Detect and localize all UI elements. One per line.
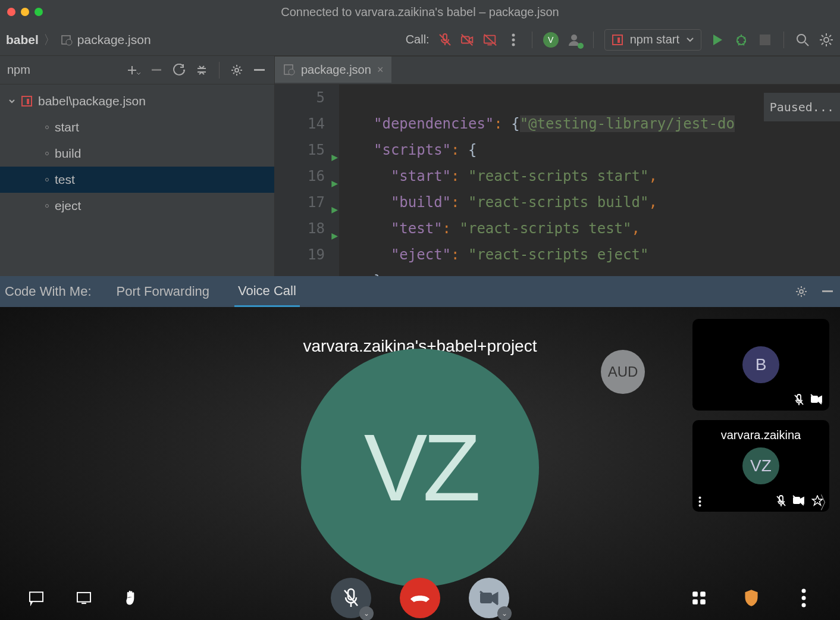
close-tab-icon[interactable]: × bbox=[377, 64, 384, 76]
more-options-icon[interactable] bbox=[796, 590, 811, 606]
settings-icon[interactable] bbox=[819, 32, 834, 48]
editor-body[interactable]: 51415▶16▶17▶18▶19 "dependencies": {"@tes… bbox=[275, 84, 840, 276]
mic-off-icon bbox=[776, 495, 786, 507]
svg-point-27 bbox=[699, 505, 701, 507]
svg-rect-18 bbox=[27, 99, 29, 104]
npm-file-icon bbox=[61, 34, 73, 46]
cwm-hide-icon[interactable] bbox=[820, 284, 835, 299]
thumbnail-menu-icon[interactable] bbox=[698, 496, 701, 507]
call-more-icon[interactable] bbox=[506, 32, 521, 48]
gutter-line[interactable]: 15▶ bbox=[275, 137, 325, 163]
window-title: Connected to varvara.zaikina's babel – p… bbox=[281, 5, 559, 19]
user-avatar[interactable]: V bbox=[543, 32, 559, 48]
svg-point-36 bbox=[802, 596, 806, 600]
editor-code[interactable]: "dependencies": {"@testing-library/jest-… bbox=[339, 84, 840, 276]
gutter-line[interactable]: 17▶ bbox=[275, 189, 325, 215]
gutter-line[interactable]: 5 bbox=[275, 84, 325, 111]
editor-gutter[interactable]: 51415▶16▶17▶18▶19 bbox=[275, 84, 339, 276]
npm-script-test[interactable]: test bbox=[0, 167, 274, 193]
svg-point-20 bbox=[289, 69, 294, 75]
gutter-line[interactable]: 18▶ bbox=[275, 215, 325, 242]
remove-icon[interactable] bbox=[149, 62, 164, 78]
toggle-camera-button[interactable]: ⌄ bbox=[469, 578, 509, 618]
end-call-button[interactable] bbox=[400, 578, 440, 618]
camera-off-icon bbox=[792, 495, 805, 507]
breadcrumb[interactable]: babel 〉 package.json bbox=[6, 32, 151, 48]
toolbar-divider bbox=[783, 32, 784, 48]
chat-icon[interactable] bbox=[29, 590, 44, 606]
npm-tree-root[interactable]: babel\package.json bbox=[0, 88, 274, 114]
npm-script-eject[interactable]: eject bbox=[0, 193, 274, 219]
npm-script-label: start bbox=[55, 120, 79, 134]
run-gutter-icon[interactable]: ▶ bbox=[331, 170, 338, 196]
gutter-line[interactable]: 14 bbox=[275, 111, 325, 137]
camera-options-icon[interactable]: ⌄ bbox=[497, 606, 512, 620]
cwm-tab-port-forwarding[interactable]: Port Forwarding bbox=[113, 276, 214, 307]
raise-hand-icon[interactable] bbox=[124, 590, 139, 606]
svg-rect-28 bbox=[30, 592, 43, 602]
screen-icon[interactable] bbox=[76, 590, 92, 606]
main-participant-avatar: VZ bbox=[301, 349, 539, 587]
svg-point-12 bbox=[797, 35, 805, 43]
svg-point-26 bbox=[699, 500, 701, 503]
next-thumbnail-icon[interactable]: 〉 bbox=[819, 491, 836, 515]
bullet-icon bbox=[45, 178, 49, 181]
add-icon[interactable] bbox=[126, 62, 142, 78]
svg-point-6 bbox=[512, 43, 515, 46]
svg-point-21 bbox=[800, 290, 803, 293]
toggle-microphone-button[interactable]: ⌄ bbox=[331, 578, 371, 618]
thumbnail-name: varvara.zaikina bbox=[692, 428, 829, 442]
cwm-settings-icon[interactable] bbox=[794, 284, 809, 299]
run-configuration-selector[interactable]: npm start bbox=[604, 29, 701, 51]
audience-badge[interactable]: AUD bbox=[601, 350, 645, 394]
collapse-icon[interactable] bbox=[194, 62, 209, 78]
npm-script-start[interactable]: start bbox=[0, 114, 274, 140]
debug-button[interactable] bbox=[734, 32, 749, 48]
bullet-icon bbox=[45, 204, 49, 208]
editor-tab-label: package.json bbox=[301, 63, 371, 77]
microphone-off-icon[interactable] bbox=[438, 33, 452, 47]
svg-rect-31 bbox=[692, 591, 698, 597]
camera-off-icon[interactable] bbox=[460, 33, 475, 47]
svg-rect-34 bbox=[700, 599, 706, 605]
svg-rect-22 bbox=[822, 290, 833, 292]
editor: package.json × 51415▶16▶17▶18▶19 "depend… bbox=[275, 56, 840, 276]
run-gutter-icon[interactable]: ▶ bbox=[331, 223, 338, 249]
npm-icon bbox=[612, 35, 623, 45]
svg-rect-29 bbox=[77, 593, 90, 602]
refresh-icon[interactable] bbox=[171, 62, 187, 78]
svg-rect-32 bbox=[700, 591, 706, 597]
run-gutter-icon[interactable]: ▶ bbox=[331, 196, 338, 223]
stop-button bbox=[757, 32, 773, 48]
editor-tab[interactable]: package.json × bbox=[275, 57, 391, 84]
participant-thumbnails: Bvarvara.zaikinaVZ bbox=[692, 319, 829, 512]
grid-view-icon[interactable] bbox=[691, 590, 707, 606]
participant-thumbnail[interactable]: B bbox=[692, 319, 829, 411]
gutter-line[interactable]: 16▶ bbox=[275, 163, 325, 189]
cwm-tab-voice-call[interactable]: Voice Call bbox=[234, 276, 300, 307]
mic-options-icon[interactable]: ⌄ bbox=[359, 606, 374, 620]
npm-script-label: test bbox=[55, 173, 75, 187]
npm-script-build[interactable]: build bbox=[0, 140, 274, 167]
fullscreen-window-button[interactable] bbox=[35, 8, 43, 16]
add-user-icon[interactable] bbox=[567, 32, 582, 48]
svg-point-1 bbox=[66, 39, 72, 45]
screen-share-off-icon[interactable] bbox=[483, 33, 497, 47]
svg-rect-14 bbox=[152, 69, 161, 71]
npm-script-label: eject bbox=[55, 199, 81, 213]
close-window-button[interactable] bbox=[7, 8, 15, 16]
participant-thumbnail[interactable]: varvara.zaikinaVZ bbox=[692, 420, 829, 512]
run-button[interactable] bbox=[710, 32, 725, 48]
breadcrumb-file[interactable]: package.json bbox=[77, 33, 151, 47]
search-icon[interactable] bbox=[795, 32, 810, 48]
svg-point-37 bbox=[802, 603, 806, 608]
run-gutter-icon[interactable]: ▶ bbox=[331, 144, 338, 170]
gutter-line[interactable]: 19 bbox=[275, 242, 325, 268]
breadcrumb-project[interactable]: babel bbox=[6, 33, 39, 47]
minimize-window-button[interactable] bbox=[21, 8, 29, 16]
hide-panel-icon[interactable] bbox=[252, 62, 267, 78]
panel-settings-icon[interactable] bbox=[229, 62, 245, 78]
npm-script-label: build bbox=[55, 146, 81, 161]
security-icon[interactable] bbox=[744, 590, 759, 606]
dropdown-icon bbox=[687, 37, 694, 42]
